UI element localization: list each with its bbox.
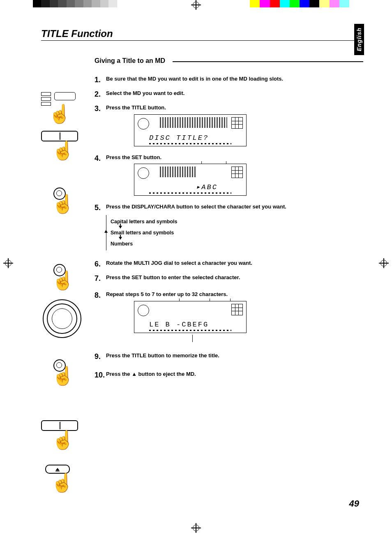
charset-option-2: Small letters and symbols (111, 230, 363, 236)
step-4: Press the SET button. (95, 154, 363, 162)
step-2: Select the MD you want to edit. (95, 90, 363, 97)
steps-list-3: Press the DISPLAY/CHARA button to select… (95, 203, 363, 211)
language-tab: English (354, 24, 364, 55)
icon-slot-select (41, 92, 86, 125)
lcd-panel-3: LE B -CBEFG (134, 301, 247, 333)
icon-title-button-2 (41, 420, 86, 451)
charset-option-1: Capital letters and symbols (111, 219, 363, 225)
step-3: Press the TITLE button. (95, 104, 363, 112)
steps-list-2: Press the SET button. (95, 154, 363, 162)
lcd-text-2: ▸ABC (196, 183, 218, 191)
icon-set-button (48, 188, 93, 216)
grayscale-bar (33, 0, 125, 7)
icon-display-chara-button (48, 265, 93, 293)
icon-eject-button (45, 465, 90, 493)
content-column: Giving a Title to an MD Be sure that the… (95, 57, 363, 378)
language-tab-label: English (356, 28, 362, 51)
lcd-text-3: LE B -CBEFG (149, 321, 209, 329)
charset-option-3: Numbers (111, 241, 363, 247)
subheading-row: Giving a Title to an MD (95, 57, 363, 65)
eject-icon (55, 468, 60, 471)
manual-page: English TITLE Function G (0, 12, 392, 517)
steps-list-5: Press the TITLE button to memorize the t… (95, 352, 363, 378)
subheading-rule (173, 61, 363, 62)
lcd-panel-2: ▸ABC (134, 164, 247, 196)
lcd-panel-1: DISC TITLE? (134, 114, 247, 146)
registration-mark-icon (191, 0, 201, 10)
subheading-text: Giving a Title to an MD (95, 57, 165, 65)
steps-list: Be sure that the MD you want to edit is … (95, 75, 363, 112)
steps-list-4: Rotate the MULTI JOG dial to select a ch… (95, 259, 363, 299)
step-8: Repeat steps 5 to 7 to enter up to 32 ch… (95, 291, 363, 299)
icon-title-button (41, 131, 86, 161)
color-bar (240, 0, 359, 7)
step-6: Rotate the MULTI JOG dial to select a ch… (95, 259, 363, 267)
icon-multi-jog-dial (43, 299, 88, 338)
step-1: Be sure that the MD you want to edit is … (95, 75, 363, 83)
step-9: Press the TITLE button to memorize the t… (95, 352, 363, 360)
step-7: Press the SET button to enter the select… (95, 274, 363, 282)
printer-marks-top (0, 0, 392, 12)
step-10: Press the ▲ button to eject the MD. (95, 370, 363, 378)
lcd-text-1: DISC TITLE? (149, 134, 209, 142)
section-title: TITLE Function (41, 28, 363, 41)
icon-set-button-repeat (48, 360, 93, 388)
step-5: Press the DISPLAY/CHARA button to select… (95, 203, 363, 211)
character-set-cycle: Capital letters and symbols Small letter… (106, 215, 363, 250)
page-number: 49 (349, 498, 359, 509)
